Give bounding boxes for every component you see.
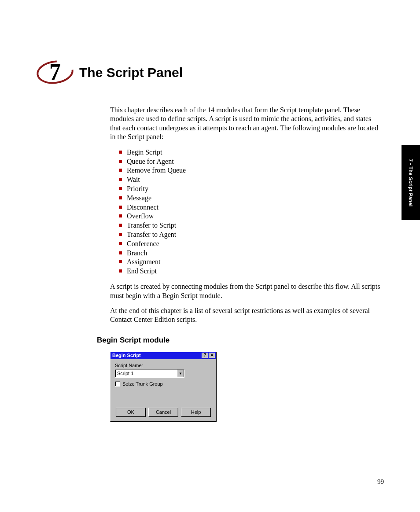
chevron-down-icon[interactable]: ▼	[177, 370, 184, 377]
dialog-title: Begin Script	[112, 353, 141, 358]
paragraph-2: A script is created by connecting module…	[110, 282, 380, 300]
list-item: Overflow	[119, 212, 380, 221]
module-list: Begin Script Queue for Agent Remove from…	[119, 148, 380, 276]
paragraph-3: At the end of this chapter is a list of …	[110, 306, 380, 324]
script-name-combobox[interactable]: Script 1 ▼	[115, 369, 184, 378]
list-item: Disconnect	[119, 203, 380, 212]
list-item: Priority	[119, 184, 380, 194]
help-button[interactable]: Help	[181, 408, 211, 417]
section-heading-begin-script: Begin Script module	[97, 336, 385, 345]
list-item: Transfer to Script	[119, 221, 380, 230]
list-item: Transfer to Agent	[119, 230, 380, 239]
dialog-titlebar: Begin Script ? ×	[111, 352, 216, 359]
side-thumb-tab: 7 • The Script Panel	[402, 145, 420, 220]
page-number: 99	[377, 478, 384, 486]
side-tab-label: 7 • The Script Panel	[408, 155, 413, 210]
list-item: Message	[119, 194, 380, 203]
seize-trunk-group-checkbox[interactable]	[115, 381, 120, 387]
ok-button[interactable]: OK	[116, 408, 146, 417]
chapter-title: The Script Panel	[79, 65, 183, 80]
cancel-button[interactable]: Cancel	[148, 408, 178, 417]
intro-paragraph: This chapter describes each of the 14 mo…	[110, 106, 380, 142]
script-name-label: Script Name:	[115, 363, 212, 368]
script-name-value: Script 1	[115, 370, 177, 377]
list-item: Begin Script	[119, 148, 380, 157]
seize-trunk-group-label: Seize Trunk Group	[122, 381, 163, 387]
list-item: End Script	[119, 267, 380, 276]
list-item: Wait	[119, 175, 380, 184]
begin-script-dialog: Begin Script ? × Script Name: Script 1 ▼…	[110, 352, 217, 422]
list-item: Conference	[119, 239, 380, 249]
chapter-number-text: 7	[49, 59, 61, 85]
list-item: Remove from Queue	[119, 166, 380, 175]
list-item: Assignment	[119, 258, 380, 267]
chapter-header: 7 The Script Panel	[35, 57, 385, 88]
chapter-number-badge: 7	[35, 57, 75, 88]
close-icon[interactable]: ×	[209, 353, 215, 358]
list-item: Queue for Agent	[119, 157, 380, 166]
list-item: Branch	[119, 249, 380, 258]
help-icon[interactable]: ?	[202, 353, 208, 358]
